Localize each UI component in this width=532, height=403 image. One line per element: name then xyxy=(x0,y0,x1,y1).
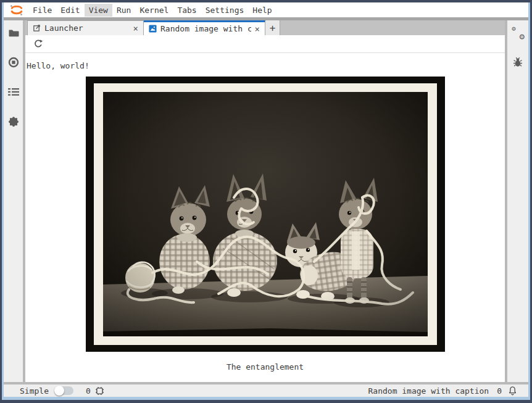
active-panel-title: Random image with caption xyxy=(368,386,489,396)
menu-run[interactable]: Run xyxy=(112,4,135,17)
menu-edit[interactable]: Edit xyxy=(56,4,84,17)
gear-large-icon: ⚙ xyxy=(520,31,525,41)
menu-tabs[interactable]: Tabs xyxy=(173,4,201,17)
bell-icon xyxy=(508,386,517,396)
app-frame: File Edit View Run Kernel Tabs Settings … xyxy=(2,2,530,400)
kernel-sessions-button[interactable] xyxy=(95,386,104,396)
simple-mode-toggle[interactable] xyxy=(54,386,73,395)
menu-help[interactable]: Help xyxy=(248,4,276,17)
menu-kernel[interactable]: Kernel xyxy=(135,4,173,17)
kernel-chip-icon xyxy=(95,386,104,396)
kernel-sessions-count: 0 xyxy=(86,386,91,396)
extensions-icon[interactable] xyxy=(7,115,20,128)
toggle-knob xyxy=(54,386,64,396)
photo-kittens-yarn xyxy=(86,77,445,352)
gear-small-icon: ⚙ xyxy=(512,25,516,33)
tab-bar: Launcher × Random image with cap × + xyxy=(25,20,505,35)
file-browser-icon[interactable] xyxy=(7,27,20,39)
property-inspector-icon[interactable]: ⚙ ⚙ xyxy=(511,27,525,39)
tab-random-image-label: Random image with cap xyxy=(160,24,251,33)
add-tab-button[interactable]: + xyxy=(265,20,280,35)
panel-toolbar xyxy=(25,35,505,53)
refresh-button[interactable] xyxy=(32,38,44,50)
debugger-bug-icon[interactable] xyxy=(511,56,525,68)
menu-items: File Edit View Run Kernel Tabs Settings … xyxy=(28,4,276,17)
simple-mode-label: Simple xyxy=(20,386,49,396)
jupyterlab-window: File Edit View Run Kernel Tabs Settings … xyxy=(0,0,532,403)
image-caption: The entanglement xyxy=(25,362,505,372)
tab-launcher-label: Launcher xyxy=(44,23,130,33)
tab-random-image-close-icon[interactable]: × xyxy=(255,25,260,33)
running-sessions-icon[interactable] xyxy=(7,56,20,69)
status-bar: Simple 0 Random image with caption 0 xyxy=(4,384,528,397)
menu-settings[interactable]: Settings xyxy=(201,4,249,17)
tab-launcher-close-icon[interactable]: × xyxy=(133,24,138,33)
tab-random-image[interactable]: Random image with cap × xyxy=(144,20,265,35)
main-area: Launcher × Random image with cap × + xyxy=(4,20,528,384)
table-of-contents-icon[interactable] xyxy=(7,86,20,98)
figure xyxy=(86,77,445,352)
right-sidebar: ⚙ ⚙ xyxy=(507,20,528,382)
menu-file[interactable]: File xyxy=(28,4,56,17)
launcher-icon xyxy=(33,24,41,32)
menu-bar: File Edit View Run Kernel Tabs Settings … xyxy=(4,2,528,17)
status-left: Simple 0 xyxy=(20,386,104,396)
menu-view[interactable]: View xyxy=(85,4,112,17)
output-viewer: Hello, world! xyxy=(25,53,505,382)
status-right: Random image with caption 0 xyxy=(368,386,518,396)
left-sidebar xyxy=(4,20,23,382)
refresh-icon xyxy=(33,39,43,49)
dock-panel: Launcher × Random image with cap × + xyxy=(23,20,507,382)
notifications-count: 0 xyxy=(497,386,502,396)
jupyter-logo-icon xyxy=(9,3,25,17)
tab-launcher[interactable]: Launcher × xyxy=(27,20,144,35)
hello-world-text: Hello, world! xyxy=(27,61,505,70)
image-icon xyxy=(149,25,157,33)
notifications-button[interactable] xyxy=(508,386,517,396)
